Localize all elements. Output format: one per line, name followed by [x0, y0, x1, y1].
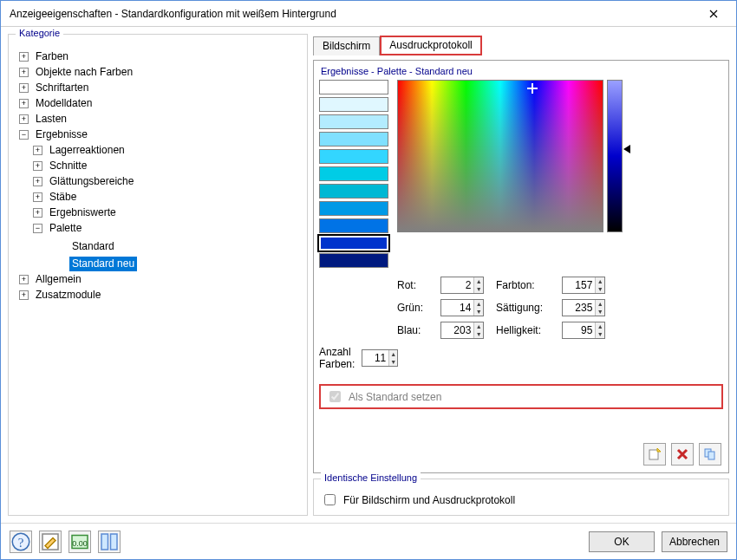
expand-icon[interactable]: + [19, 275, 29, 284]
palette-swatch[interactable] [319, 80, 388, 94]
tree-item[interactable]: +Farben [19, 49, 71, 64]
ok-button[interactable]: OK [589, 531, 655, 552]
columns-button[interactable] [98, 531, 121, 553]
expand-icon[interactable]: + [33, 177, 42, 186]
val-field[interactable] [563, 322, 595, 338]
palette-swatch[interactable] [319, 114, 388, 129]
cancel-button[interactable]: Abbrechen [662, 531, 727, 552]
edit-button[interactable] [39, 531, 62, 553]
hue-input[interactable]: ▲▼ [562, 277, 605, 294]
tree-item[interactable]: +Schnitte [33, 159, 89, 173]
blue-field[interactable] [441, 322, 473, 338]
expand-icon[interactable]: + [19, 83, 29, 93]
blue-input[interactable]: ▲▼ [440, 322, 484, 339]
color-picker-area [397, 80, 623, 268]
palette-swatch[interactable] [319, 201, 388, 216]
count-input[interactable]: ▲▼ [362, 349, 398, 367]
tree-item[interactable]: −Palette [33, 221, 84, 236]
expand-icon[interactable]: + [19, 52, 29, 62]
new-palette-button[interactable] [643, 443, 666, 466]
close-button[interactable] [695, 2, 733, 26]
sat-input[interactable]: ▲▼ [562, 299, 605, 316]
expand-icon[interactable]: + [19, 114, 29, 124]
tab-bildschirm[interactable]: Bildschirm [313, 36, 380, 55]
spin-down-icon[interactable]: ▼ [596, 308, 604, 316]
spin-up-icon[interactable]: ▲ [596, 277, 604, 285]
palette-swatch[interactable] [319, 218, 388, 233]
tree-item[interactable]: +Modelldaten [19, 96, 95, 111]
palette-swatch[interactable] [319, 149, 388, 164]
identical-input[interactable] [324, 494, 336, 505]
expand-icon[interactable]: + [33, 192, 42, 202]
tree-item-label: Allgemein [33, 272, 84, 287]
dialog-body: Kategorie +Farben+Objekte nach Farben+Sc… [1, 27, 736, 523]
palette-swatch[interactable] [319, 253, 388, 268]
green-input[interactable]: ▲▼ [440, 299, 484, 316]
spin-down-icon[interactable]: ▼ [389, 358, 397, 366]
tree-item-label: Objekte nach Farben [33, 65, 135, 80]
spin-down-icon[interactable]: ▼ [596, 330, 604, 338]
spin-up-icon[interactable]: ▲ [389, 350, 397, 358]
spin-up-icon[interactable]: ▲ [596, 300, 604, 308]
identical-checkbox[interactable]: Für Bildschirm und Ausdruckprotokoll [321, 492, 721, 508]
palette-swatch[interactable] [319, 184, 388, 199]
tree-item-label: Modelldaten [33, 96, 95, 111]
palette-swatch[interactable] [319, 236, 388, 251]
sat-field[interactable] [563, 300, 595, 316]
lightness-arrow-icon [623, 145, 630, 153]
expand-icon[interactable]: + [19, 290, 29, 300]
copy-palette-button[interactable] [699, 443, 721, 466]
count-label: Anzahl Farben: [319, 346, 355, 370]
lightness-slider[interactable] [607, 80, 623, 232]
tree-item[interactable]: +Allgemein [19, 272, 84, 287]
values-button[interactable]: 0.00 [68, 531, 91, 553]
spin-down-icon[interactable]: ▼ [474, 285, 483, 293]
tree-item-label: Stäbe [47, 190, 79, 205]
tree-item[interactable]: Standard neu [47, 257, 137, 271]
collapse-icon[interactable]: − [33, 224, 42, 233]
tree-item[interactable]: +Stäbe [33, 190, 79, 205]
tree-item[interactable]: +Glättungsbereiche [33, 174, 136, 189]
expand-icon[interactable]: + [33, 161, 42, 171]
tree-item[interactable]: +Lagerreaktionen [33, 143, 127, 158]
tree-item-label: Farben [33, 49, 71, 64]
spin-up-icon[interactable]: ▲ [474, 322, 483, 330]
spin-down-icon[interactable]: ▼ [474, 330, 483, 338]
palette-swatch[interactable] [319, 97, 388, 112]
red-field[interactable] [441, 277, 473, 293]
set-default-input[interactable] [329, 391, 341, 402]
tree-item[interactable]: −Ergebnisse [19, 127, 90, 142]
tab-ausdruckprotokoll[interactable]: Ausdruckprotokoll [380, 36, 481, 55]
tree-item[interactable]: +Zusatzmodule [19, 288, 103, 303]
spin-up-icon[interactable]: ▲ [474, 300, 483, 308]
hue-sat-field[interactable] [397, 80, 603, 232]
tree-item-label: Glättungsbereiche [47, 174, 136, 189]
val-input[interactable]: ▲▼ [562, 322, 605, 339]
tree-item[interactable]: +Objekte nach Farben [19, 65, 135, 80]
red-input[interactable]: ▲▼ [440, 277, 484, 294]
expand-icon[interactable]: + [33, 146, 42, 155]
tree-item[interactable]: +Lasten [19, 112, 69, 127]
count-field[interactable] [362, 350, 388, 366]
palette-swatch[interactable] [319, 132, 388, 147]
green-field[interactable] [441, 300, 473, 316]
spin-up-icon[interactable]: ▲ [596, 322, 604, 330]
set-default-checkbox[interactable]: Als Standard setzen [319, 384, 723, 409]
dialog-footer: ? 0.00 OK Abbrechen [1, 523, 736, 559]
tree-item[interactable]: +Ergebniswerte [33, 205, 119, 220]
hue-field[interactable] [563, 277, 595, 293]
expand-icon[interactable]: + [19, 99, 29, 108]
help-button[interactable]: ? [10, 531, 32, 553]
palette-swatch[interactable] [319, 166, 388, 181]
tree-item[interactable]: Standard [47, 239, 117, 254]
spin-down-icon[interactable]: ▼ [474, 308, 483, 316]
tree-item[interactable]: +Schriftarten [19, 81, 91, 95]
delete-palette-button[interactable] [671, 443, 694, 466]
collapse-icon[interactable]: − [19, 130, 29, 140]
spin-down-icon[interactable]: ▼ [596, 285, 604, 293]
delete-icon [675, 447, 689, 461]
category-tree[interactable]: +Farben+Objekte nach Farben+Schriftarten… [16, 47, 300, 508]
spin-up-icon[interactable]: ▲ [474, 277, 483, 285]
expand-icon[interactable]: + [19, 68, 29, 77]
expand-icon[interactable]: + [33, 208, 42, 218]
